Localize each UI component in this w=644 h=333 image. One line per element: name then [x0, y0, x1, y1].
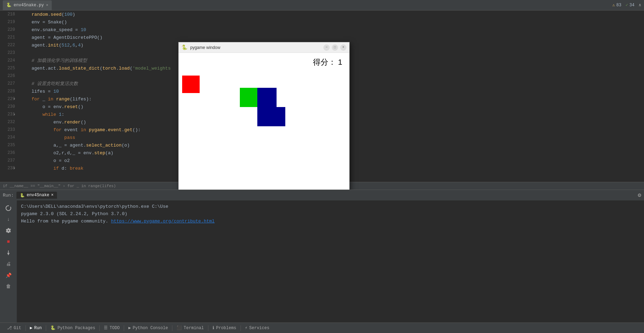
- warning-count[interactable]: ⚠ 83: [612, 2, 621, 8]
- git-label: Git: [14, 326, 21, 331]
- services-label: Services: [249, 326, 270, 331]
- line-num-226: 226: [0, 73, 19, 78]
- snake-body2-block: [257, 107, 285, 126]
- run-snake-icon: 🐍: [20, 193, 25, 198]
- line-code-226: [19, 73, 23, 79]
- pygame-window[interactable]: 🐍 pygame window − □ × 得分： 1: [178, 42, 350, 190]
- line-code-231: while 1:: [19, 112, 64, 117]
- status-python-packages[interactable]: 🐍 Python Packages: [48, 325, 98, 331]
- line-code-235: a,_ = agent.select_action(o): [19, 143, 130, 148]
- pin-button[interactable]: [3, 248, 14, 258]
- pygame-window-controls[interactable]: − □ ×: [323, 44, 346, 51]
- run-play-icon: ▶: [30, 325, 33, 331]
- score-label: 得分：: [313, 58, 336, 66]
- code-editor[interactable]: 218 random.seed(100) 219 env = Snake() 2…: [0, 10, 644, 190]
- fold-icon-231[interactable]: ▾: [13, 112, 15, 116]
- line-num-223: 223: [0, 50, 19, 55]
- error-number: 34: [629, 3, 634, 8]
- editor-tab-bar: 🐍 env4Snake.py × ⚠ 83 ✓ 34 ∧: [0, 0, 644, 10]
- delete-button[interactable]: 🗑: [3, 282, 14, 291]
- run-settings-button[interactable]: ⚙: [638, 192, 641, 199]
- services-icon: ⚡: [245, 325, 248, 331]
- terminal-icon: ⬛: [177, 325, 182, 331]
- stop-button[interactable]: ■: [3, 237, 14, 247]
- status-git[interactable]: ⎇ Git: [4, 325, 24, 331]
- todo-icon: ☰: [104, 325, 108, 331]
- status-sep-4: [124, 325, 124, 331]
- file-icon: 🐍: [6, 2, 12, 8]
- tab-close-button[interactable]: ×: [46, 3, 48, 7]
- line-code-223: [19, 50, 23, 56]
- problems-label: Problems: [216, 326, 236, 331]
- line-code-225: agent.act.load_state_dict(torch.load('mo…: [19, 66, 171, 71]
- restart-button[interactable]: [3, 203, 14, 213]
- status-problems[interactable]: ℹ Problems: [210, 325, 239, 331]
- line-num-218: 218: [0, 12, 19, 17]
- status-sep-3: [99, 325, 100, 331]
- run-console: C:\Users\DELL\anaconda3\envs\pytorch\pyt…: [17, 200, 644, 323]
- pygame-community-link[interactable]: https://www.pygame.org/contribute.html: [111, 219, 214, 224]
- editor-tab[interactable]: 🐍 env4Snake.py ×: [3, 0, 52, 10]
- check-icon: ✓: [625, 2, 628, 8]
- line-num-224: 224: [0, 58, 19, 63]
- warning-icon: ⚠: [612, 2, 615, 8]
- run-tab-close[interactable]: ×: [51, 193, 53, 198]
- status-sep-6: [208, 325, 208, 331]
- status-services[interactable]: ⚡ Services: [242, 325, 272, 331]
- line-code-236: o2,r,d,_ = env.step(a): [19, 150, 113, 156]
- run-tab-env4snake[interactable]: 🐍 env4Snake ×: [16, 192, 57, 199]
- status-todo[interactable]: ☰ TODO: [101, 325, 122, 331]
- console-text-3-prefix: Hello from the pygame community.: [21, 219, 111, 224]
- line-num-232: 232: [0, 120, 19, 125]
- line-num-237: 237: [0, 158, 19, 163]
- line-code-237: o = o2: [19, 158, 70, 163]
- line-num-219: 219: [0, 20, 19, 24]
- pygame-close-button[interactable]: ×: [340, 44, 346, 51]
- status-sep-2: [46, 325, 46, 331]
- breadcrumb-text: if __name__ == "__main__" › for _ in ran…: [3, 184, 116, 188]
- status-bar: ⎇ Git ▶ Run 🐍 Python Packages ☰ TODO ▶ P…: [0, 323, 644, 333]
- status-python-console[interactable]: ▶ Python Console: [126, 325, 171, 331]
- pygame-snake-icon: 🐍: [181, 44, 187, 50]
- code-line-221: 221 agent = AgentDiscretePPO(): [0, 34, 644, 41]
- scroll-down-button[interactable]: ↓: [3, 214, 14, 224]
- run-status-label: Run: [34, 326, 42, 331]
- line-num-231: 231 ▾: [0, 112, 19, 117]
- pygame-maximize-button[interactable]: □: [332, 44, 338, 51]
- line-num-230: 230: [0, 104, 19, 109]
- fold-icon-229[interactable]: ▾: [13, 97, 15, 101]
- status-sep-1: [26, 325, 26, 331]
- python-pkg-icon: 🐍: [50, 325, 56, 331]
- python-console-label: Python Console: [133, 326, 168, 331]
- status-run[interactable]: ▶ Run: [27, 325, 45, 331]
- problems-icon: ℹ: [213, 325, 214, 331]
- status-sep-7: [241, 325, 241, 331]
- git-icon: ⎇: [7, 325, 12, 331]
- line-code-228: lifes = 10: [19, 89, 59, 94]
- run-tabs-bar: Run: 🐍 env4Snake × ⚙: [0, 190, 644, 200]
- food-block: [182, 76, 200, 93]
- collapse-icon[interactable]: ∧: [639, 2, 641, 8]
- line-num-225: 225: [0, 66, 19, 71]
- error-count[interactable]: ✓ 34: [625, 2, 635, 8]
- settings-button2[interactable]: [3, 226, 14, 235]
- line-code-222: agent.init(512,6,4): [19, 43, 84, 48]
- console-text-1: C:\Users\DELL\anaconda3\envs\pytorch\pyt…: [21, 204, 168, 209]
- console-line-1: C:\Users\DELL\anaconda3\envs\pytorch\pyt…: [21, 203, 640, 211]
- line-num-227: 227: [0, 81, 19, 86]
- pygame-minimize-button[interactable]: −: [323, 44, 330, 51]
- line-code-218: random.seed(100): [19, 12, 75, 17]
- status-terminal[interactable]: ⬛ Terminal: [174, 325, 207, 331]
- code-line-218: 218 random.seed(100): [0, 10, 644, 18]
- line-num-222: 222: [0, 43, 19, 48]
- fold-icon-238[interactable]: ▾: [13, 166, 15, 170]
- pin2-button[interactable]: 📌: [3, 270, 14, 280]
- line-num-220: 220: [0, 27, 19, 32]
- line-code-229: for _ in range(lifes):: [19, 97, 92, 102]
- line-code-238: if d: break: [19, 166, 83, 171]
- code-line-219: 219 env = Snake(): [0, 18, 644, 26]
- print-button[interactable]: 🖨: [3, 259, 14, 269]
- line-code-224: # 加载强化学习的训练模型: [19, 57, 87, 64]
- python-packages-label: Python Packages: [57, 326, 95, 331]
- code-line-220: 220 env.snake_speed = 10: [0, 26, 644, 34]
